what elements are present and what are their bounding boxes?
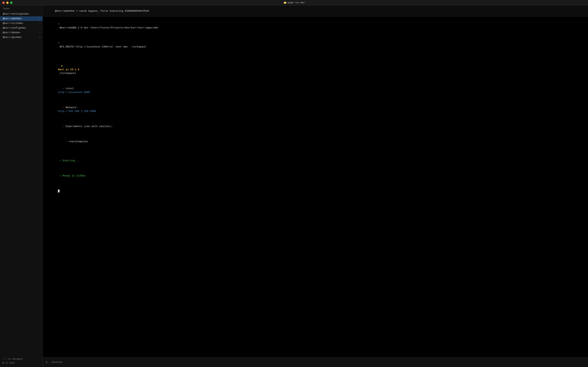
network-label: - Network: [58, 106, 93, 109]
ready-line: ✓ Ready in 1125ms [46, 170, 585, 182]
window-controls [2, 1, 12, 4]
line-content-1: @karr/web@0.1.0 dev /Users/finxol/Projec… [58, 26, 158, 29]
interact-label: - Interact [48, 361, 63, 364]
titlebar-text: pnpm run dev [288, 1, 305, 4]
warning-triangle-icon: ▲ [58, 64, 64, 67]
sidebar-item-db[interactable]: @karr/db#dev » [0, 30, 43, 35]
sidebar-label-settings: @karr/settings#dev [3, 13, 39, 15]
network-line: - Network: http://192.168.1.186:3000 [46, 102, 585, 117]
folder-icon: 📁 [283, 1, 287, 4]
check-icon-ready: ✓ Ready in 1125ms [58, 174, 85, 177]
terminal-output[interactable]: > @karr/web@0.1.0 dev /Users/finxol/Proj… [43, 17, 588, 357]
sidebar-item-config[interactable]: @karr/config#dev » [0, 26, 43, 30]
bottom-bar: i - Interact [43, 357, 588, 367]
sidebar-label-web: @karr/web#dev [3, 17, 39, 20]
cursor [58, 190, 59, 192]
content-area: @karr/web#dev > cache bypass, force exec… [43, 5, 588, 367]
chevron-icon-api: » [39, 36, 41, 39]
terminal-line-2: > API_ROUTE='http://localhost:1993/v1' n… [46, 37, 585, 52]
nextjs-header-line: ▲ Next.js 15.1.4 (Turbopack) [46, 60, 585, 79]
sidebar-label-db: @karr/db#dev [3, 31, 39, 34]
close-button[interactable] [2, 1, 5, 4]
react-compiler-label: · reactCompiler [58, 140, 88, 143]
interact-hint: i - Interact [46, 361, 63, 364]
sidebar-item-web[interactable]: @karr/web#dev » [0, 16, 43, 21]
line-content-2: API_ROUTE='http://localhost:1993/v1' nex… [58, 45, 146, 48]
sidebar-label-util: @karr/util#dev [3, 22, 39, 25]
window-title: 📁 pnpm run dev [283, 1, 305, 4]
sidebar-item-settings[interactable]: @karr/settings#dev » [0, 12, 43, 16]
terminal-header: @karr/web#dev > cache bypass, force exec… [43, 5, 588, 17]
cursor-line [46, 185, 585, 197]
starting-line: ✓ Starting... [46, 155, 585, 166]
check-icon-starting: ✓ Starting... [58, 159, 79, 162]
terminal-header-text: @karr/web#dev > cache bypass, force exec… [55, 9, 149, 12]
sidebar-item-util[interactable]: @karr/util#dev » [0, 21, 43, 26]
prompt-arrow-1: > [58, 23, 59, 25]
sidebar-label-api: @karr/api#dev [3, 36, 39, 39]
terminal-line-1: > @karr/web@0.1.0 dev /Users/finxol/Proj… [46, 18, 585, 33]
nav-hint-arrows: ↑ ↓ to navigate [3, 357, 40, 361]
chevron-icon-util: » [39, 22, 41, 25]
prompt-arrow-2: > [58, 42, 59, 44]
nav-hint-hide: h to hide [3, 361, 40, 365]
titlebar: 📁 pnpm run dev [0, 0, 588, 5]
network-url: http://192.168.1.186:3000 [58, 110, 96, 113]
experiments-line: - Experiments (use with caution): [46, 121, 585, 132]
local-url: http://localhost:3000 [58, 91, 90, 94]
nextjs-version-text: Next.js 15.1.4 [58, 68, 79, 71]
chevron-icon-settings: » [39, 13, 41, 15]
sidebar-header: Tasks [0, 5, 43, 12]
minimize-button[interactable] [6, 1, 8, 4]
react-compiler-line: · reactCompiler [46, 136, 585, 148]
maximize-button[interactable] [10, 1, 12, 4]
chevron-icon-config: » [39, 27, 41, 29]
chevron-icon-db: » [39, 32, 41, 34]
chevron-icon-web: » [39, 17, 41, 20]
interact-key: i [46, 361, 47, 364]
sidebar-label-config: @karr/config#dev [3, 27, 39, 29]
local-line: - Local: http://localhost:3000 [46, 83, 585, 98]
experiments-label: - Experiments (use with caution): [58, 125, 113, 128]
local-label: - Local: [58, 87, 93, 90]
main-layout: Tasks @karr/settings#dev » @karr/web#dev… [0, 5, 588, 367]
sidebar: Tasks @karr/settings#dev » @karr/web#dev… [0, 5, 43, 367]
sidebar-item-api[interactable]: @karr/api#dev » [0, 35, 43, 40]
turbopack-text: (Turbopack) [58, 72, 76, 75]
